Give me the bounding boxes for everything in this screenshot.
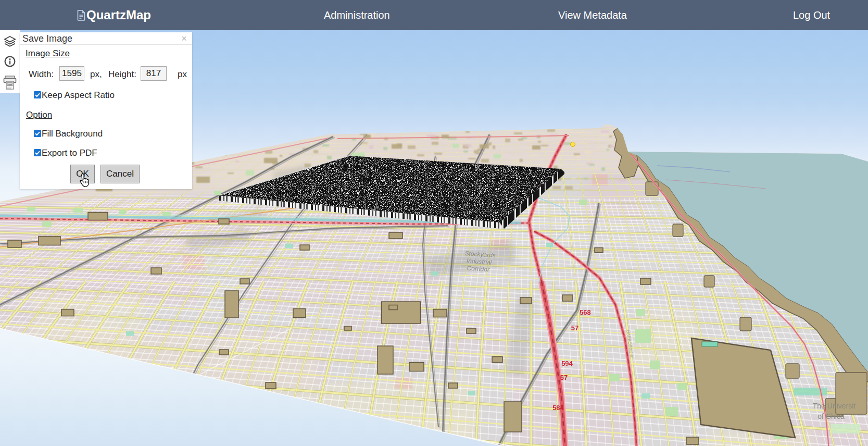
svg-text:584: 584 <box>552 404 564 412</box>
svg-text:57: 57 <box>571 324 578 332</box>
svg-text:568: 568 <box>580 308 591 316</box>
svg-text:of Chica: of Chica <box>817 412 845 420</box>
svg-text:The Universit: The Universit <box>813 402 856 410</box>
svg-text:57: 57 <box>560 374 568 381</box>
svg-text:594: 594 <box>561 360 573 367</box>
